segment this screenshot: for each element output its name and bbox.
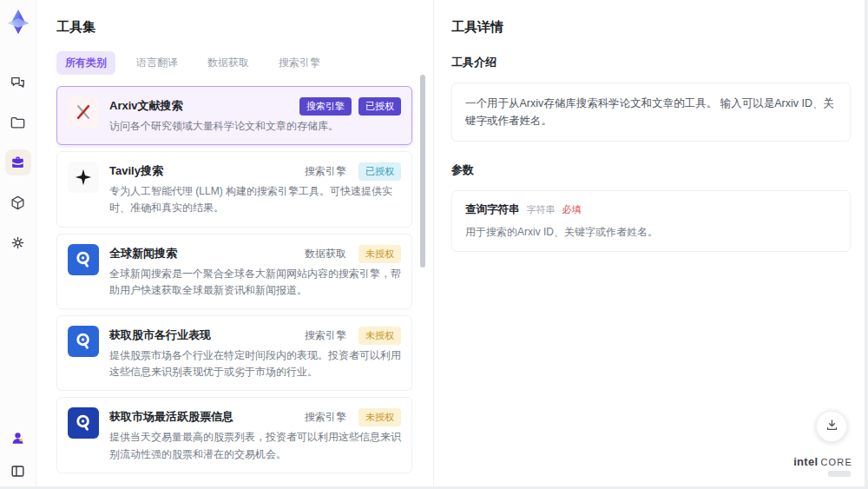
app-logo-icon[interactable]	[5, 9, 31, 35]
category-label: 搜索引擎	[305, 410, 346, 425]
user-icon	[10, 430, 26, 446]
rail-nav	[5, 69, 31, 255]
news-search-icon	[68, 326, 99, 357]
tool-description: 访问各个研究领域大量科学论文和文章的存储库。	[109, 118, 401, 135]
category-tabs: 所有类别语言翻译数据获取搜索引擎	[56, 51, 433, 75]
window-right-edge	[865, 0, 868, 489]
category-label: 数据获取	[305, 247, 346, 261]
tool-card-Arxiv文献搜索[interactable]: Arxiv文献搜索访问各个研究领域大量科学论文和文章的存储库。搜索引擎已授权	[56, 86, 412, 145]
auth-badge: 未授权	[358, 408, 401, 426]
news-search-icon	[68, 244, 99, 275]
rail-bottom	[7, 426, 30, 482]
sidebar-item-panel[interactable]	[7, 459, 30, 482]
category-label: 搜索引擎	[305, 164, 346, 179]
auth-badge: 已授权	[358, 97, 401, 116]
category-badge: 搜索引擎	[299, 97, 352, 116]
param-type: 字符串	[527, 203, 556, 216]
app-window: 工具集 所有类别语言翻译数据获取搜索引擎 Arxiv文献搜索访问各个研究领域大量…	[0, 0, 868, 489]
tool-badges: 搜索引擎已授权	[305, 162, 401, 181]
sidebar-item-folder[interactable]	[5, 109, 31, 135]
sidebar-item-profile[interactable]	[7, 426, 30, 449]
gear-icon	[10, 235, 26, 251]
download-icon	[825, 418, 839, 435]
tool-description: 专为人工智能代理 (LLM) 构建的搜索引擎工具。可快速提供实时、准确和真实的结…	[109, 183, 401, 216]
scrollbar[interactable]	[420, 75, 425, 268]
intel-core-logo: intelcore	[793, 453, 852, 477]
briefcase-icon	[10, 155, 26, 171]
param-card: 查询字符串 字符串 必填 用于搜索的Arxiv ID、关键字或作者姓名。	[451, 190, 851, 252]
sidebar-item-chat[interactable]	[5, 69, 31, 96]
param-head: 查询字符串 字符串 必填	[465, 202, 837, 217]
page-title: 工具集	[56, 19, 433, 36]
auth-badge: 未授权	[358, 245, 401, 263]
category-label: 搜索引擎	[305, 328, 346, 343]
intro-section-title: 工具介绍	[451, 55, 851, 70]
tool-badges: 搜索引擎未授权	[305, 408, 401, 426]
tool-list: Arxiv文献搜索访问各个研究领域大量科学论文和文章的存储库。搜索引擎已授权Ta…	[56, 86, 433, 479]
tool-description: 提供股票市场各个行业在特定时间段内的表现。投资者可以利用这些信息来识别表现优于或…	[109, 347, 401, 380]
sidebar-item-cube[interactable]	[5, 189, 31, 215]
chat-icon	[10, 75, 26, 91]
core-brand-text: core	[820, 457, 852, 467]
param-description: 用于搜索的Arxiv ID、关键字或作者姓名。	[465, 225, 837, 240]
cube-icon	[10, 195, 26, 211]
tool-badges: 数据获取未授权	[305, 245, 401, 263]
tools-panel: 工具集 所有类别语言翻译数据获取搜索引擎 Arxiv文献搜索访问各个研究领域大量…	[36, 0, 434, 489]
left-rail	[0, 0, 36, 489]
tool-description: 全球新闻搜索是一个聚合全球各大新闻网站内容的搜索引擎，帮助用户快速获取全球最新资…	[109, 266, 401, 299]
tool-intro-text: 一个用于从Arxiv存储库搜索科学论文和文章的工具。 输入可以是Arxiv ID…	[465, 97, 834, 127]
tool-card-Tavily搜索[interactable]: Tavily搜索专为人工智能代理 (LLM) 构建的搜索引擎工具。可快速提供实时…	[56, 151, 412, 227]
tool-card-获取市场最活跃股票信息[interactable]: 获取市场最活跃股票信息提供当天交易量最高的股票列表，投资者可以利用这些信息来识别…	[56, 397, 412, 472]
panel-toggle-icon	[10, 463, 26, 479]
folder-icon	[10, 115, 26, 131]
download-button[interactable]	[816, 411, 847, 442]
tool-intro-card: 一个用于从Arxiv存储库搜索科学论文和文章的工具。 输入可以是Arxiv ID…	[451, 83, 851, 142]
sidebar-item-tools[interactable]	[5, 149, 31, 175]
intel-sub-badge	[828, 471, 851, 477]
tool-card-获取股市各行业表现[interactable]: 获取股市各行业表现提供股票市场各个行业在特定时间段内的表现。投资者可以利用这些信…	[56, 315, 412, 391]
arxiv-icon	[68, 96, 99, 128]
auth-badge: 未授权	[358, 327, 401, 345]
auth-badge: 已授权	[358, 162, 401, 181]
details-panel: 工具详情 工具介绍 一个用于从Arxiv存储库搜索科学论文和文章的工具。 输入可…	[434, 0, 868, 489]
sidebar-item-settings[interactable]	[5, 229, 31, 255]
tab-搜索引擎[interactable]: 搜索引擎	[270, 51, 329, 75]
tool-badges: 搜索引擎已授权	[293, 97, 401, 116]
param-name: 查询字符串	[465, 202, 520, 217]
details-title: 工具详情	[451, 19, 851, 36]
intel-brand-text: intel	[793, 455, 818, 468]
tool-badges: 搜索引擎未授权	[305, 327, 401, 345]
tab-语言翻译[interactable]: 语言翻译	[128, 51, 187, 75]
tab-数据获取[interactable]: 数据获取	[199, 51, 258, 75]
tool-description: 提供当天交易量最高的股票列表，投资者可以利用这些信息来识别流动性强的股票和潜在的…	[109, 429, 401, 462]
tab-所有类别[interactable]: 所有类别	[56, 51, 115, 75]
tool-card-全球新闻搜索[interactable]: 全球新闻搜索全球新闻搜索是一个聚合全球各大新闻网站内容的搜索引擎，帮助用户快速获…	[56, 234, 412, 309]
params-section-title: 参数	[451, 162, 851, 178]
news-search-icon	[68, 407, 99, 439]
param-required-badge: 必填	[562, 203, 582, 216]
tavily-icon	[68, 162, 99, 193]
